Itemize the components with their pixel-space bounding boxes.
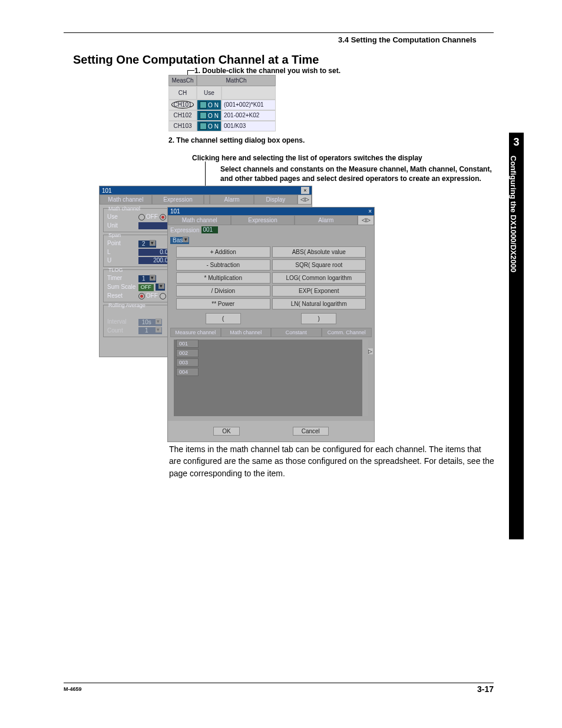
reset-label: Reset — [107, 292, 137, 299]
step-1: 1. Double-click the channel you wish to … — [194, 67, 340, 75]
footer-page-number: 3-17 — [477, 684, 494, 694]
timer-label: Timer — [107, 275, 137, 281]
ch-label: CH101 — [171, 101, 193, 108]
tab-expression[interactable]: Expression — [152, 195, 204, 205]
dialog-title-bar: 101 × — [168, 207, 374, 215]
col-measch: MeasCh — [168, 75, 197, 86]
op-abs[interactable]: ABS( Absolute value — [272, 246, 366, 258]
expr-label: Expression — [170, 227, 199, 233]
radio-on[interactable] — [160, 214, 166, 220]
col-use: Use — [197, 86, 222, 100]
list-item[interactable]: 001 — [176, 340, 199, 348]
callout-line — [187, 70, 194, 71]
use-label: Use — [107, 213, 137, 220]
unit-label: Unit — [107, 222, 137, 229]
chapter-tab: 3 Configuring the DX1000/DX2000 — [509, 133, 524, 539]
op-division[interactable]: / Division — [176, 285, 270, 297]
op-sqr[interactable]: SQR( Square root — [272, 259, 366, 271]
tab-gap — [204, 195, 210, 205]
op-rparen[interactable]: ) — [301, 313, 336, 324]
sumscale-dropdown[interactable] — [156, 284, 165, 291]
body-paragraph: The items in the math channel tab can be… — [169, 443, 494, 479]
tab-alarm[interactable]: Alarm — [295, 215, 358, 225]
dialog-tabs: Math channel Expression Alarm Display ◁ … — [100, 195, 312, 205]
expression-row: Expression 001 — [168, 225, 374, 235]
scrollbar[interactable] — [362, 340, 368, 416]
expression-dialog: 101 × Math channel Expression Alarm ◁ ▷ … — [167, 207, 375, 442]
ch-label: CH103 — [168, 121, 197, 131]
step-2: 2. The channel setting dialog box opens. — [168, 136, 305, 144]
expr-input[interactable]: 001 — [201, 226, 218, 233]
op-ln[interactable]: LN( Natural logarithm — [272, 298, 366, 309]
close-icon[interactable]: × — [301, 187, 309, 194]
dialog-title: 101 — [170, 208, 180, 215]
tab-measure-channel[interactable]: Measure channel — [170, 328, 221, 337]
page-title: Setting One Computation Channel at a Tim… — [73, 53, 319, 67]
category-dropdown[interactable]: Basic — [170, 237, 189, 244]
dialog-tabs: Math channel Expression Alarm ◁ ▷ — [168, 215, 374, 225]
callout-line-2 — [205, 162, 206, 187]
timer-dropdown[interactable]: 1 — [138, 275, 156, 282]
on-toggle[interactable]: O N — [197, 100, 222, 110]
tab-constant[interactable]: Constant — [271, 328, 322, 337]
op-multiplication[interactable]: * Multiplication — [176, 272, 270, 284]
list-item[interactable]: 003 — [176, 358, 199, 367]
expr-cell: 201-002+K02 — [222, 110, 276, 121]
op-subtraction[interactable]: - Subtraction — [176, 259, 270, 271]
ch-label: CH102 — [168, 110, 197, 121]
table-row[interactable]: CH103 O N 001/K03 — [168, 121, 276, 131]
op-power[interactable]: ** Power — [176, 298, 270, 309]
u-label: U — [107, 257, 137, 263]
footer-doc-id: M-4659 — [64, 686, 82, 692]
callout-select: Select channels and constants on the Mea… — [220, 164, 497, 183]
tab-pager[interactable]: ◁ ▷ — [297, 195, 312, 205]
header-rule — [64, 32, 494, 33]
tab-math-channel[interactable]: Math channel — [168, 215, 231, 225]
col-expr — [222, 86, 276, 100]
expr-cell: 001/K03 — [222, 121, 276, 131]
section-header: 3.4 Setting the Computation Channels — [338, 35, 477, 44]
count-dropdown: 1 — [138, 327, 162, 334]
list-item[interactable]: 002 — [176, 349, 199, 357]
footer-rule — [64, 683, 494, 683]
tab-pager[interactable]: ◁ ▷ — [358, 215, 374, 225]
list-item[interactable]: 004 — [176, 368, 199, 376]
tab-math-channel-src[interactable]: Math channel — [221, 328, 272, 337]
tab-math-channel[interactable]: Math channel — [100, 195, 152, 205]
tab-expression[interactable]: Expression — [231, 215, 294, 225]
op-exp[interactable]: EXP( Exponent — [272, 285, 366, 297]
interval-dropdown: 10s — [138, 319, 162, 326]
point-dropdown[interactable]: 2 — [138, 241, 156, 248]
op-lparen[interactable]: ( — [206, 313, 241, 324]
close-icon[interactable]: × — [368, 208, 372, 215]
callout-operators: Clicking here and selecting the list of … — [192, 154, 422, 162]
operator-panel: Basic + Addition ABS( Absolute value - S… — [168, 235, 374, 421]
l-label: L — [107, 249, 137, 255]
table-row[interactable]: CH101 O N (001+002)*K01 — [168, 100, 276, 110]
op-addition[interactable]: + Addition — [176, 246, 270, 258]
chapter-title: Configuring the DX1000/DX2000 — [509, 156, 518, 272]
sumscale-value[interactable]: OFF — [138, 284, 154, 291]
expr-cell: (001+002)*K01 — [222, 100, 276, 110]
source-tabs: Measure channel Math channel Constant Co… — [170, 328, 372, 337]
cancel-button[interactable]: Cancel — [293, 427, 329, 436]
tab-alarm[interactable]: Alarm — [210, 195, 253, 205]
tab-display[interactable]: Display — [254, 195, 297, 205]
channel-table: MeasCh MathCh CH Use CH101 O N (001+002)… — [168, 75, 276, 131]
dialog-title-bar: 101 × — [100, 186, 312, 195]
table-row[interactable]: CH102 O N 201-002+K02 — [168, 110, 276, 121]
radio-reset-on[interactable] — [160, 293, 166, 299]
channel-list[interactable]: 001 002 003 004 — [174, 340, 368, 416]
op-log[interactable]: LOG( Common logarithm — [272, 272, 366, 284]
ok-button[interactable]: OK — [213, 427, 239, 436]
sumscale-label: Sum Scale — [107, 284, 137, 290]
dialog-title: 101 — [102, 187, 112, 194]
chapter-number: 3 — [509, 136, 524, 149]
col-mathch: MathCh — [197, 75, 276, 86]
col-ch: CH — [168, 86, 197, 100]
on-toggle[interactable]: O N — [197, 121, 222, 131]
on-toggle[interactable]: O N — [197, 110, 222, 121]
tab-comm-channel[interactable]: Comm. Channel — [322, 328, 372, 337]
radio-off[interactable] — [138, 214, 145, 220]
radio-reset-off[interactable] — [138, 293, 145, 299]
